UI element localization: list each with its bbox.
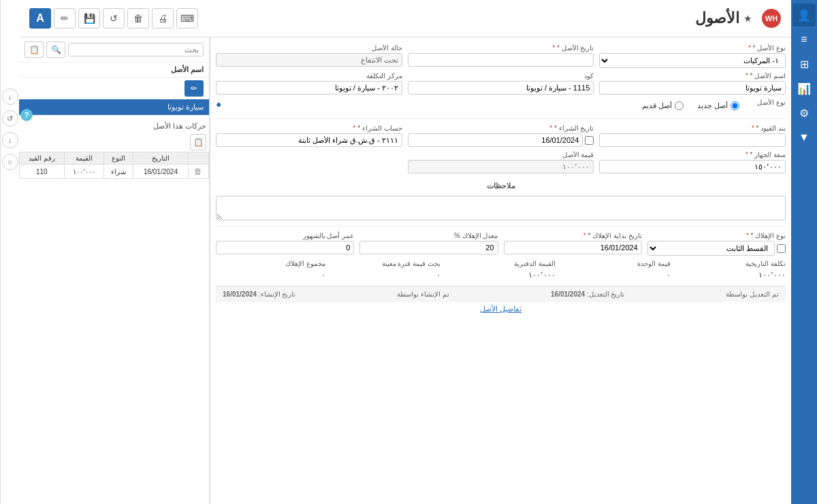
nav-down1-icon[interactable]: ↓ — [2, 88, 18, 105]
notes-section-title: ملاحظات — [216, 182, 786, 190]
top-toolbar: WH ★ الأصول ⌨ 🖨 🗑 ↺ 💾 ✏ A — [19, 0, 791, 37]
purchase-account-label: حساب الشراء * — [216, 124, 402, 132]
col-date: التاريخ — [133, 152, 189, 165]
list-panel: 🔍 📋 اسم الأصل ✏ سيارة تويوتا حركات هذا ا… — [19, 37, 210, 504]
asset-status-input[interactable] — [216, 53, 402, 67]
dep-date-input[interactable] — [504, 241, 642, 254]
creation-by-label: تم الإنشاء بواسطة — [397, 290, 449, 298]
asset-name-input[interactable] — [599, 81, 786, 95]
total-dep-label: مجموع الإهلاك — [216, 260, 325, 267]
nav-refresh-icon[interactable]: ↺ — [2, 110, 18, 127]
asset-status-label: حالة الأصل — [216, 44, 402, 52]
edit-date-label: تاريخ التعديل — [589, 290, 625, 298]
hist-cost-value: ١٠٠٬٠٠٠ — [676, 269, 786, 282]
nav-circle-icon[interactable]: ○ — [2, 154, 18, 170]
sidebar-list-icon[interactable]: ≡ — [792, 28, 816, 51]
dep-type-label: نوع الإهلاك * — [647, 232, 786, 239]
search-input[interactable] — [68, 43, 204, 56]
purchase-cost-input[interactable] — [599, 160, 786, 173]
sidebar-person-icon[interactable]: 👤 — [792, 3, 816, 27]
movements-table: التاريخ النوع القيمة رقم القيد 🗑 16/01/2… — [19, 152, 209, 179]
list-item[interactable]: سيارة تويوتا — [19, 99, 209, 116]
unit-value-label: قيمة الوحدة — [561, 260, 671, 267]
creation-date-value: 16/01/2024 — [223, 290, 257, 298]
edit-button[interactable]: ✏ — [54, 8, 76, 29]
asset-code-input[interactable] — [408, 81, 594, 95]
left-sidebar: ↓ ↺ ↓ ○ — [0, 0, 19, 504]
save-button[interactable]: 💾 — [78, 8, 100, 29]
monthly-asset-label: عمر أصل بالشهور — [216, 232, 354, 239]
dep-rate-input[interactable] — [359, 241, 498, 254]
dep-rate-label: معدل الإهلاك % — [359, 232, 498, 239]
keyboard-button[interactable]: ⌨ — [176, 8, 198, 29]
unit-value-display: ٠ — [561, 269, 671, 282]
details-link[interactable]: تفاصيل الأصل — [216, 302, 786, 316]
col-type: النوع — [103, 152, 133, 165]
asset-type-select[interactable]: ١- المركبات — [599, 53, 786, 68]
commit-label: بند القيود * — [599, 124, 786, 132]
right-sidebar: 👤 ≡ ⊞ 📊 ⚙ ▼ — [791, 0, 817, 504]
row-value: ١٠٠٬٠٠٠ — [64, 165, 103, 179]
purchase-account-input[interactable] — [216, 133, 402, 147]
edit-date-value: 16/01/2024 — [551, 290, 585, 298]
refresh-button[interactable]: ↺ — [103, 8, 125, 29]
dep-type-select[interactable]: القسط الثابت — [647, 241, 775, 256]
print-button[interactable]: 🖨 — [152, 8, 174, 29]
asset-code-label: كود — [408, 72, 594, 80]
dep-date-label: تاريخ بداية الإهلاك * — [504, 232, 642, 239]
list-header: اسم الأصل — [19, 63, 209, 78]
sidebar-filter-icon[interactable]: ▼ — [792, 126, 816, 149]
movements-header: حركات هذا الأصل — [19, 120, 209, 133]
search-button[interactable]: 🔍 — [46, 41, 65, 58]
edit-by-label: تم التعديل بواسطة — [726, 290, 779, 298]
col-value: القيمة — [64, 152, 103, 165]
original-cost-input — [408, 160, 594, 173]
delete-button[interactable]: 🗑 — [127, 8, 149, 29]
nav-down2-icon[interactable]: ↓ — [2, 132, 18, 148]
sidebar-grid-icon[interactable]: ⊞ — [792, 52, 816, 75]
book-value-display: ١٠٠٬٠٠٠ — [446, 269, 556, 282]
cost-center-label: مركز التكلفة — [216, 72, 402, 80]
purchase-date-checkbox[interactable] — [585, 136, 594, 145]
movements-section: حركات هذا الأصل 📋 التاريخ النوع القيمة ر… — [19, 120, 209, 179]
asset-date-input[interactable] — [408, 53, 594, 67]
asset-kind-old-option[interactable]: أصل قديم — [642, 101, 684, 110]
creation-date-label: تاريخ الإنشاء — [261, 290, 296, 298]
cost-center-input[interactable] — [216, 81, 402, 95]
row-date: 16/01/2024 — [133, 165, 189, 179]
row-type: شراء — [103, 165, 133, 179]
brand-badge: WH — [762, 9, 781, 28]
sidebar-chart-icon[interactable]: 📊 — [792, 77, 816, 100]
unit-period-display: ٠ — [331, 269, 440, 282]
purchase-date-input[interactable] — [408, 133, 583, 147]
asset-date-label: تاريخ الأصل * — [408, 44, 594, 52]
row-delete-button[interactable]: 🗑 — [194, 167, 202, 176]
form-panel: ? نوع الأصل * ١- المركبات تاريخ الأصل * — [210, 37, 791, 504]
monthly-asset-input[interactable] — [216, 241, 354, 254]
col-delete — [188, 152, 208, 165]
unit-period-label: بحث قيمة فترة معينة — [331, 260, 440, 267]
total-dep-display: ٠ — [216, 269, 325, 282]
notes-textarea[interactable] — [216, 196, 786, 220]
asset-name-label: اسم الأصل * — [599, 72, 786, 80]
footer-info: تم التعديل بواسطة تاريخ التعديل: 16/01/2… — [216, 286, 786, 302]
commit-input[interactable] — [599, 133, 786, 147]
page-title: الأصول — [695, 10, 739, 27]
purchase-date-label: تاريخ الشراء * — [408, 124, 594, 132]
brand-button[interactable]: A — [29, 8, 51, 29]
hist-cost-label: تكلفة التاريخية — [676, 260, 786, 267]
asset-kind-new-option[interactable]: أصل جديد — [697, 101, 739, 110]
book-value-label: القيمة الدفترية — [446, 260, 556, 267]
asset-type-label: نوع الأصل * — [599, 44, 786, 52]
search-bar: 🔍 📋 — [19, 37, 209, 63]
table-row: 🗑 16/01/2024 شراء ١٠٠٬٠٠٠ 110 — [20, 165, 209, 179]
purchase-cost-label: سعة الجهاز * — [599, 151, 786, 158]
search-extra-button[interactable]: 📋 — [25, 41, 44, 58]
original-cost-label: قيمة الأصل — [408, 151, 594, 158]
row-ref: 110 — [20, 165, 65, 179]
sidebar-settings-icon[interactable]: ⚙ — [792, 101, 816, 124]
dep-type-checkbox[interactable] — [777, 244, 786, 253]
movements-add-button[interactable]: 📋 — [190, 134, 206, 150]
list-edit-button[interactable]: ✏ — [185, 80, 204, 97]
col-ref: رقم القيد — [20, 152, 65, 165]
